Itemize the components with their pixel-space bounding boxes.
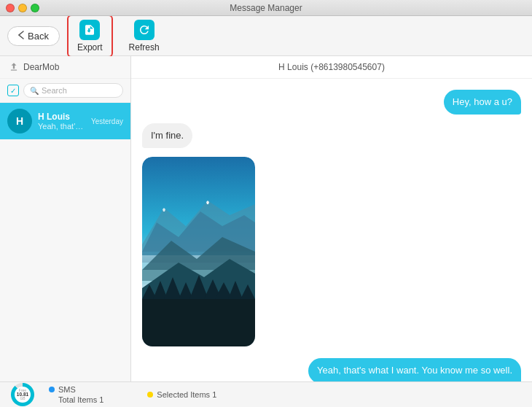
message-row-sent-1: Hey, how a u? (142, 90, 521, 115)
disk-circle: Free 10.81 GB (11, 383, 34, 406)
message-row-sent-2: Yeah, that's what I want. You know me so… (142, 358, 521, 381)
provider-label: DearMob (23, 62, 59, 72)
search-placeholder: Search (42, 86, 67, 95)
main-layout: DearMob ✓ 🔍 Search H H Louis Yeah, that'… (0, 56, 532, 381)
close-button[interactable] (6, 4, 15, 12)
contact-item[interactable]: H H Louis Yeah, that's what I want. You … (0, 103, 130, 139)
export-icon (79, 20, 100, 40)
disk-unit: GB (20, 397, 25, 400)
message-row-received-1: I'm fine. (142, 123, 521, 148)
select-all-checkbox[interactable]: ✓ (7, 85, 19, 96)
sms-dot (49, 387, 55, 392)
contact-preview: Yeah, that's what I want. You kno... (38, 122, 85, 131)
selected-label: Selected Items 1 (157, 390, 216, 399)
minimize-button[interactable] (18, 4, 27, 12)
refresh-icon (134, 20, 154, 40)
status-bar: Free 10.81 GB SMS Total Items 1 Selected… (0, 381, 532, 407)
total-label: Total Items 1 (58, 395, 103, 404)
maximize-button[interactable] (31, 4, 39, 12)
search-box[interactable]: 🔍 Search (23, 83, 123, 98)
back-label: Back (28, 31, 49, 42)
disk-usage: Free 10.81 GB (11, 383, 34, 406)
contact-avatar: H (7, 109, 32, 133)
chat-header: H Louis (+8613980545607) (131, 56, 532, 79)
back-button[interactable]: Back (7, 26, 60, 46)
toolbar: Back Export Refresh (0, 16, 532, 56)
search-icon: 🔍 (30, 87, 39, 95)
title-bar: Message Manager (0, 0, 532, 16)
total-spacer (49, 397, 55, 403)
contact-time: Yesterday (91, 117, 123, 125)
selected-dot (147, 392, 153, 398)
back-arrow-icon (18, 31, 24, 42)
check-mark-icon: ✓ (10, 87, 16, 95)
search-area: ✓ 🔍 Search (0, 79, 130, 103)
chat-area: H Louis (+8613980545607) Hey, how a u? I… (131, 56, 532, 381)
sidebar-header: DearMob (0, 56, 130, 79)
image-bubble (142, 157, 255, 349)
chat-messages: Hey, how a u? I'm fine. (131, 79, 532, 381)
disk-circle-inner: Free 10.81 GB (15, 387, 31, 403)
total-row: Total Items 1 (49, 395, 103, 404)
export-button[interactable]: Export (67, 15, 113, 58)
mountain-image (142, 157, 255, 346)
selected-status: Selected Items 1 (147, 390, 216, 399)
message-bubble-sent-1: Hey, how a u? (444, 90, 521, 115)
contact-info: H Louis Yeah, that's what I want. You kn… (38, 112, 85, 131)
window-title: Message Manager (230, 3, 302, 13)
svg-rect-0 (11, 70, 17, 71)
sms-label: SMS (58, 385, 76, 394)
message-row-image (142, 157, 521, 349)
refresh-button[interactable]: Refresh (120, 16, 168, 56)
window-controls[interactable] (6, 4, 39, 12)
sidebar: DearMob ✓ 🔍 Search H H Louis Yeah, that'… (0, 56, 131, 381)
svg-rect-10 (142, 299, 255, 346)
export-label: Export (77, 42, 103, 53)
refresh-label: Refresh (129, 42, 160, 53)
upload-icon (9, 62, 19, 72)
message-bubble-received-1: I'm fine. (142, 123, 192, 148)
status-items: SMS Total Items 1 (49, 385, 103, 404)
message-bubble-sent-2: Yeah, that's what I want. You know me so… (308, 358, 521, 381)
contact-name: H Louis (38, 112, 85, 122)
sms-row: SMS (49, 385, 103, 394)
